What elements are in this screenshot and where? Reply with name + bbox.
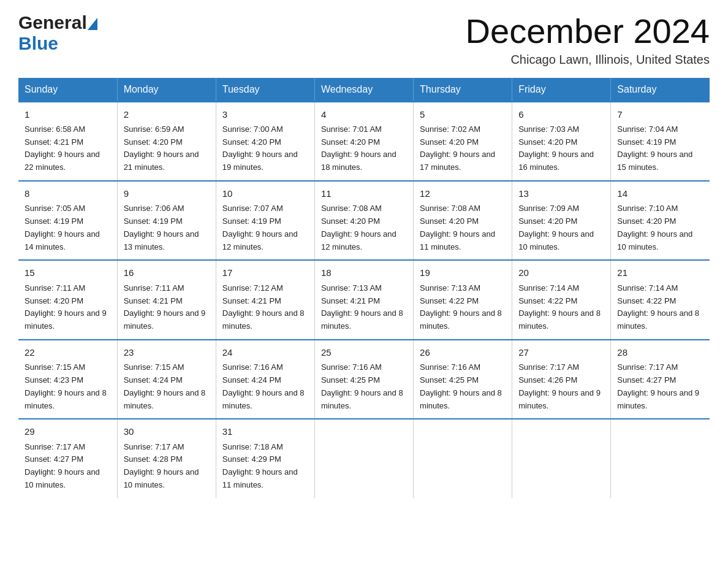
calendar-week-row: 15Sunrise: 7:11 AMSunset: 4:20 PMDayligh… bbox=[18, 260, 710, 339]
calendar-day-cell: 10Sunrise: 7:07 AMSunset: 4:19 PMDayligh… bbox=[216, 181, 314, 260]
calendar-title: December 2024 bbox=[466, 12, 710, 50]
day-number: 28 bbox=[617, 345, 703, 359]
calendar-table: SundayMondayTuesdayWednesdayThursdayFrid… bbox=[18, 78, 710, 498]
day-number: 16 bbox=[124, 266, 210, 280]
calendar-day-cell bbox=[314, 419, 413, 497]
logo-flag-icon bbox=[88, 18, 97, 30]
calendar-day-cell: 5Sunrise: 7:02 AMSunset: 4:20 PMDaylight… bbox=[414, 102, 512, 181]
day-number: 22 bbox=[25, 345, 111, 359]
day-info: Sunrise: 7:04 AMSunset: 4:19 PMDaylight:… bbox=[617, 123, 703, 174]
calendar-body: 1Sunrise: 6:58 AMSunset: 4:21 PMDaylight… bbox=[18, 102, 710, 498]
day-info: Sunrise: 7:06 AMSunset: 4:19 PMDaylight:… bbox=[124, 202, 210, 253]
day-number: 6 bbox=[518, 107, 604, 121]
calendar-day-cell: 9Sunrise: 7:06 AMSunset: 4:19 PMDaylight… bbox=[117, 181, 216, 260]
day-info: Sunrise: 7:13 AMSunset: 4:21 PMDaylight:… bbox=[321, 282, 407, 333]
day-info: Sunrise: 7:17 AMSunset: 4:27 PMDaylight:… bbox=[25, 441, 111, 492]
day-of-week-header: Tuesday bbox=[216, 78, 314, 102]
calendar-header: SundayMondayTuesdayWednesdayThursdayFrid… bbox=[18, 78, 710, 102]
calendar-day-cell: 6Sunrise: 7:03 AMSunset: 4:20 PMDaylight… bbox=[512, 102, 611, 181]
calendar-day-cell: 22Sunrise: 7:15 AMSunset: 4:23 PMDayligh… bbox=[18, 340, 117, 419]
calendar-day-cell: 7Sunrise: 7:04 AMSunset: 4:19 PMDaylight… bbox=[611, 102, 710, 181]
day-info: Sunrise: 7:15 AMSunset: 4:24 PMDaylight:… bbox=[124, 361, 210, 412]
day-info: Sunrise: 7:13 AMSunset: 4:22 PMDaylight:… bbox=[420, 282, 506, 333]
day-number: 21 bbox=[617, 266, 703, 280]
day-info: Sunrise: 7:17 AMSunset: 4:28 PMDaylight:… bbox=[124, 441, 210, 492]
day-number: 8 bbox=[25, 186, 111, 201]
day-info: Sunrise: 7:08 AMSunset: 4:20 PMDaylight:… bbox=[420, 202, 506, 253]
calendar-day-cell: 1Sunrise: 6:58 AMSunset: 4:21 PMDaylight… bbox=[18, 102, 117, 181]
day-number: 12 bbox=[420, 186, 506, 201]
day-info: Sunrise: 7:18 AMSunset: 4:29 PMDaylight:… bbox=[222, 441, 308, 492]
logo-general-text: General bbox=[18, 12, 87, 33]
day-number: 3 bbox=[222, 107, 308, 121]
calendar-subtitle: Chicago Lawn, Illinois, United States bbox=[466, 53, 710, 67]
day-number: 2 bbox=[124, 107, 210, 121]
day-of-week-header: Saturday bbox=[611, 78, 710, 102]
day-number: 26 bbox=[420, 345, 506, 359]
calendar-day-cell: 20Sunrise: 7:14 AMSunset: 4:22 PMDayligh… bbox=[512, 260, 611, 339]
day-number: 25 bbox=[321, 345, 407, 359]
day-info: Sunrise: 7:03 AMSunset: 4:20 PMDaylight:… bbox=[518, 123, 604, 174]
day-info: Sunrise: 7:14 AMSunset: 4:22 PMDaylight:… bbox=[518, 282, 604, 333]
calendar-day-cell bbox=[512, 419, 611, 497]
calendar-day-cell: 16Sunrise: 7:11 AMSunset: 4:21 PMDayligh… bbox=[117, 260, 216, 339]
calendar-day-cell: 8Sunrise: 7:05 AMSunset: 4:19 PMDaylight… bbox=[18, 181, 117, 260]
calendar-day-cell: 12Sunrise: 7:08 AMSunset: 4:20 PMDayligh… bbox=[414, 181, 512, 260]
logo: General Blue bbox=[18, 12, 97, 54]
day-info: Sunrise: 7:16 AMSunset: 4:25 PMDaylight:… bbox=[321, 361, 407, 412]
calendar-week-row: 8Sunrise: 7:05 AMSunset: 4:19 PMDaylight… bbox=[18, 181, 710, 260]
calendar-week-row: 22Sunrise: 7:15 AMSunset: 4:23 PMDayligh… bbox=[18, 340, 710, 419]
calendar-day-cell: 29Sunrise: 7:17 AMSunset: 4:27 PMDayligh… bbox=[18, 419, 117, 497]
day-number: 17 bbox=[222, 266, 308, 280]
day-info: Sunrise: 7:05 AMSunset: 4:19 PMDaylight:… bbox=[25, 202, 111, 253]
day-of-week-header: Monday bbox=[117, 78, 216, 102]
day-number: 14 bbox=[617, 186, 703, 201]
day-number: 29 bbox=[25, 424, 111, 439]
day-info: Sunrise: 7:00 AMSunset: 4:20 PMDaylight:… bbox=[222, 123, 308, 174]
calendar-day-cell: 23Sunrise: 7:15 AMSunset: 4:24 PMDayligh… bbox=[117, 340, 216, 419]
day-header-row: SundayMondayTuesdayWednesdayThursdayFrid… bbox=[18, 78, 710, 102]
day-number: 23 bbox=[124, 345, 210, 359]
day-of-week-header: Friday bbox=[512, 78, 611, 102]
page-header: General Blue December 2024 Chicago Lawn,… bbox=[18, 12, 710, 67]
day-info: Sunrise: 7:12 AMSunset: 4:21 PMDaylight:… bbox=[222, 282, 308, 333]
day-info: Sunrise: 6:59 AMSunset: 4:20 PMDaylight:… bbox=[124, 123, 210, 174]
day-number: 11 bbox=[321, 186, 407, 201]
day-number: 7 bbox=[617, 107, 703, 121]
day-info: Sunrise: 7:15 AMSunset: 4:23 PMDaylight:… bbox=[25, 361, 111, 412]
day-number: 1 bbox=[25, 107, 111, 121]
calendar-week-row: 29Sunrise: 7:17 AMSunset: 4:27 PMDayligh… bbox=[18, 419, 710, 497]
calendar-day-cell: 18Sunrise: 7:13 AMSunset: 4:21 PMDayligh… bbox=[314, 260, 413, 339]
day-number: 5 bbox=[420, 107, 506, 121]
day-info: Sunrise: 7:10 AMSunset: 4:20 PMDaylight:… bbox=[617, 202, 703, 253]
day-info: Sunrise: 7:16 AMSunset: 4:24 PMDaylight:… bbox=[222, 361, 308, 412]
calendar-day-cell: 24Sunrise: 7:16 AMSunset: 4:24 PMDayligh… bbox=[216, 340, 314, 419]
day-info: Sunrise: 7:14 AMSunset: 4:22 PMDaylight:… bbox=[617, 282, 703, 333]
calendar-title-area: December 2024 Chicago Lawn, Illinois, Un… bbox=[466, 12, 710, 67]
day-number: 18 bbox=[321, 266, 407, 280]
calendar-day-cell bbox=[611, 419, 710, 497]
day-info: Sunrise: 7:02 AMSunset: 4:20 PMDaylight:… bbox=[420, 123, 506, 174]
day-number: 19 bbox=[420, 266, 506, 280]
calendar-day-cell bbox=[414, 419, 512, 497]
day-info: Sunrise: 7:01 AMSunset: 4:20 PMDaylight:… bbox=[321, 123, 407, 174]
day-number: 13 bbox=[518, 186, 604, 201]
day-info: Sunrise: 7:09 AMSunset: 4:20 PMDaylight:… bbox=[518, 202, 604, 253]
day-number: 4 bbox=[321, 107, 407, 121]
day-info: Sunrise: 7:16 AMSunset: 4:25 PMDaylight:… bbox=[420, 361, 506, 412]
day-of-week-header: Thursday bbox=[414, 78, 512, 102]
calendar-day-cell: 3Sunrise: 7:00 AMSunset: 4:20 PMDaylight… bbox=[216, 102, 314, 181]
calendar-day-cell: 27Sunrise: 7:17 AMSunset: 4:26 PMDayligh… bbox=[512, 340, 611, 419]
day-info: Sunrise: 7:11 AMSunset: 4:20 PMDaylight:… bbox=[25, 282, 111, 333]
calendar-day-cell: 2Sunrise: 6:59 AMSunset: 4:20 PMDaylight… bbox=[117, 102, 216, 181]
day-info: Sunrise: 7:11 AMSunset: 4:21 PMDaylight:… bbox=[124, 282, 210, 333]
day-number: 10 bbox=[222, 186, 308, 201]
day-number: 30 bbox=[124, 424, 210, 439]
day-info: Sunrise: 7:07 AMSunset: 4:19 PMDaylight:… bbox=[222, 202, 308, 253]
logo-blue-text: Blue bbox=[18, 33, 58, 53]
calendar-day-cell: 26Sunrise: 7:16 AMSunset: 4:25 PMDayligh… bbox=[414, 340, 512, 419]
calendar-day-cell: 4Sunrise: 7:01 AMSunset: 4:20 PMDaylight… bbox=[314, 102, 413, 181]
day-number: 9 bbox=[124, 186, 210, 201]
calendar-day-cell: 17Sunrise: 7:12 AMSunset: 4:21 PMDayligh… bbox=[216, 260, 314, 339]
day-info: Sunrise: 7:08 AMSunset: 4:20 PMDaylight:… bbox=[321, 202, 407, 253]
